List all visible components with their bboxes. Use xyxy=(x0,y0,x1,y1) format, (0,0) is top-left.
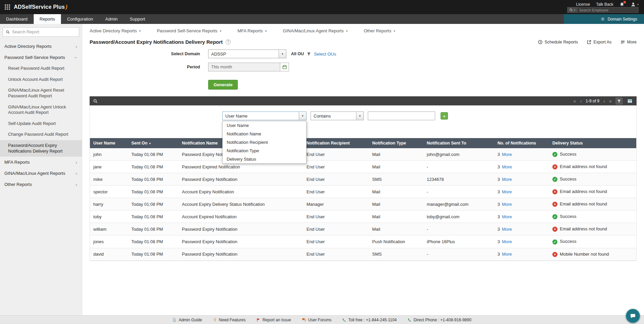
search-scope-selector[interactable]: ▾ xyxy=(568,7,577,12)
filter-field-select[interactable]: User Name ▾ xyxy=(222,111,307,120)
report-menu-item[interactable]: MFA Reports ▾ xyxy=(237,28,267,33)
report-menu-item[interactable]: Active Directory Reports ▾ xyxy=(90,28,141,33)
report-menu-item[interactable]: Other Reports ▾ xyxy=(364,28,395,33)
select-ous-link[interactable]: Select OUs xyxy=(314,52,336,57)
sidebar-subitem[interactable]: GINA/Mac/Linux Agent Reset Password Audi… xyxy=(0,85,82,101)
caret-down-icon: ▾ xyxy=(220,29,222,33)
report-search-input[interactable] xyxy=(12,30,76,34)
sidebar-subitem[interactable]: Password/Account Expiry Notifications De… xyxy=(0,140,82,157)
col-no-of-notifications[interactable]: No. of Notifications xyxy=(494,138,549,148)
cell-notification-type: Mail xyxy=(369,210,423,223)
export-as-button[interactable]: Export As xyxy=(587,40,612,44)
sidebar-subitem[interactable]: Self-Update Audit Report xyxy=(0,118,82,129)
calendar-button[interactable] xyxy=(280,63,289,71)
table-row: john Today 01:08 PM Password Expiry Noti… xyxy=(90,148,636,161)
filter-value-input[interactable] xyxy=(368,111,435,120)
column-chooser-icon[interactable] xyxy=(626,98,633,104)
cell-notification-type: Mail xyxy=(369,223,423,235)
cell-notification-recipient: End User xyxy=(303,148,369,161)
employee-search-input[interactable] xyxy=(577,8,638,12)
notifications-bell-icon[interactable] xyxy=(619,2,624,7)
more-button[interactable]: More xyxy=(620,40,637,44)
notification-count: 3 xyxy=(497,214,500,219)
status-icon xyxy=(552,189,557,194)
status-text: Success xyxy=(560,214,576,219)
filter-field-option[interactable]: User Name xyxy=(223,121,306,130)
license-link[interactable]: License xyxy=(576,2,590,7)
help-icon[interactable]: ? xyxy=(226,39,231,44)
more-link[interactable]: More xyxy=(502,164,512,169)
col-delivery-status[interactable]: Delivery Status xyxy=(549,138,636,148)
more-link[interactable]: More xyxy=(502,189,512,194)
domain-settings-button[interactable]: Domain Settings xyxy=(564,14,644,24)
col-notification-sent-to[interactable]: Notification Sent To xyxy=(423,138,494,148)
need-features-link[interactable]: Need Features xyxy=(213,318,246,322)
support-chat-button[interactable] xyxy=(626,309,640,323)
report-menu-item[interactable]: Password Self-Service Reports ▾ xyxy=(157,28,221,33)
col-notification-recipient[interactable]: Notification Recipient xyxy=(303,138,369,148)
talk-back-link[interactable]: Talk Back xyxy=(596,2,613,7)
report-an-issue-link[interactable]: Report an Issue xyxy=(256,318,291,322)
forum-icon xyxy=(302,318,306,322)
more-link[interactable]: More xyxy=(502,202,512,207)
user-forums-link[interactable]: User Forums xyxy=(302,318,331,322)
toll-free-number[interactable]: Toll free : +1-844-245-1104 xyxy=(342,318,397,322)
report-menu-item[interactable]: GINA/Mac/Linux Agent Reports ▾ xyxy=(283,28,348,33)
more-link[interactable]: More xyxy=(502,214,512,219)
filter-field-option[interactable]: Notification Recipient xyxy=(223,138,306,147)
period-input[interactable] xyxy=(208,63,280,71)
grid-search-icon[interactable] xyxy=(93,99,98,103)
more-link[interactable]: More xyxy=(502,152,512,157)
tab-admin[interactable]: Admin xyxy=(99,14,124,24)
col-sent-on[interactable]: Sent On▾ xyxy=(128,138,179,148)
filter-field-option[interactable]: Notification Name xyxy=(223,130,306,138)
last-page-icon[interactable]: » xyxy=(609,99,612,103)
first-page-icon[interactable]: « xyxy=(573,99,576,103)
ou-filter-icon[interactable] xyxy=(307,52,311,56)
col-label: Notification Name xyxy=(182,141,218,145)
app-launcher-icon[interactable] xyxy=(5,4,10,10)
add-filter-button[interactable]: + xyxy=(441,112,448,120)
filter-operator-select[interactable]: Contains ▾ xyxy=(311,111,364,120)
search-icon xyxy=(569,8,573,12)
prev-page-icon[interactable]: ‹ xyxy=(580,99,582,103)
col-user-name[interactable]: User Name xyxy=(90,138,128,148)
more-link[interactable]: More xyxy=(502,252,512,257)
domain-select[interactable]: ADSSP ▾ xyxy=(208,50,286,58)
tab-dashboard[interactable]: Dashboard xyxy=(0,14,34,24)
notification-count: 3 xyxy=(497,152,500,157)
next-page-icon[interactable]: › xyxy=(604,99,605,103)
tab-reports[interactable]: Reports xyxy=(34,14,61,24)
status-text: Email address not found xyxy=(560,189,607,194)
report-menu-label: Other Reports xyxy=(364,28,391,33)
schedule-reports-button[interactable]: Schedule Reports xyxy=(538,40,578,44)
more-link[interactable]: More xyxy=(502,239,512,244)
more-link[interactable]: More xyxy=(502,227,512,232)
tab-support[interactable]: Support xyxy=(124,14,151,24)
more-link[interactable]: More xyxy=(502,177,512,182)
sidebar-item-active-directory-reports[interactable]: Active Directory Reports › xyxy=(0,41,82,52)
sidebar-item-mfa-reports[interactable]: MFA Reports › xyxy=(0,157,82,168)
report-menu-label: Active Directory Reports xyxy=(90,28,137,33)
sidebar-item-gina-mac-linux-agent-reports[interactable]: GINA/Mac/Linux Agent Reports › xyxy=(0,168,82,179)
sidebar-item-password-self-service-reports[interactable]: Password Self-Service Reports › xyxy=(0,52,82,63)
sidebar-subitem[interactable]: Reset Password Audit Report xyxy=(0,63,82,74)
filter-field-option[interactable]: Delivery Status xyxy=(223,155,306,163)
flag-icon xyxy=(256,318,260,322)
cell-notification-sent-to: 1234678 xyxy=(423,173,494,186)
tab-configuration[interactable]: Configuration xyxy=(61,14,99,24)
cell-delivery-status: Email address not found xyxy=(549,198,636,210)
admin-guide-link[interactable]: Admin Guide xyxy=(172,318,202,322)
tab-label: Configuration xyxy=(67,17,93,22)
filter-toggle-icon[interactable] xyxy=(616,98,622,104)
user-avatar[interactable]: ▾ xyxy=(631,2,639,7)
sidebar-subitem[interactable]: Change Password Audit Report xyxy=(0,129,82,140)
sidebar-subitem[interactable]: GINA/Mac/Linux Agent Unlock Account Audi… xyxy=(0,102,82,118)
col-notification-type[interactable]: Notification Type xyxy=(369,138,423,148)
sidebar-item-other-reports[interactable]: Other Reports › xyxy=(0,179,82,190)
table-row: william Today 01:08 PM Password Expiry N… xyxy=(90,223,636,235)
sidebar-subitem[interactable]: Unlock Account Audit Report xyxy=(0,74,82,85)
filter-field-option[interactable]: Notification Type xyxy=(223,147,306,155)
direct-phone-number[interactable]: Direct Phone : +1-408-916-9890 xyxy=(408,318,472,322)
generate-button[interactable]: Generate xyxy=(208,80,238,90)
